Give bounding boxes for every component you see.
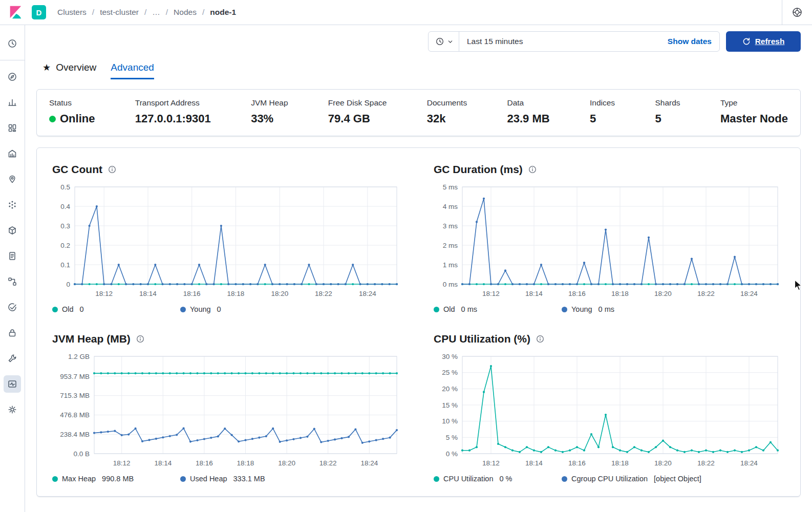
summary-label: Documents [427,98,467,108]
svg-text:18:24: 18:24 [359,290,376,297]
time-filter-row: Last 15 minutes Show dates Refresh [36,31,801,52]
svg-text:953.7 MB: 953.7 MB [60,373,90,380]
info-icon[interactable] [136,335,144,343]
svg-text:18:20: 18:20 [654,459,672,467]
svg-text:238.4 MB: 238.4 MB [60,431,90,438]
svg-text:18:24: 18:24 [360,459,378,467]
nav-divider [0,60,25,60]
breadcrumb-nodes[interactable]: Nodes [174,8,197,17]
legend-value: 0 % [500,475,512,483]
svg-text:18:14: 18:14 [525,459,543,467]
summary-documents: Documents 32k [427,98,467,125]
info-icon[interactable] [536,335,544,343]
legend-name: Used Heap [190,475,227,483]
legend-item[interactable]: Young0 [180,305,221,313]
legend-value: 0 ms [599,305,614,313]
logs-document-icon[interactable] [4,247,21,265]
svg-text:18:16: 18:16 [196,459,213,467]
security-lock-icon[interactable] [4,324,21,342]
legend-dot [180,307,186,312]
help-icon[interactable] [790,6,804,19]
cpu-utilization-chart: CPU Utilization (%) 0 %5 %10 %15 %20 %25… [434,331,785,483]
svg-text:18:18: 18:18 [611,290,629,297]
svg-text:0.1: 0.1 [60,261,70,269]
star-icon: ★ [42,62,51,73]
summary-label: Type [720,98,788,108]
recently-viewed-icon[interactable] [4,35,21,52]
svg-text:2 ms: 2 ms [443,242,458,249]
status-online-dot [49,116,56,122]
svg-text:25 %: 25 % [442,369,458,376]
svg-text:18:22: 18:22 [697,459,715,467]
svg-text:5 ms: 5 ms [443,183,458,191]
legend-item[interactable]: Max Heap990.8 MB [52,475,180,483]
tab-advanced[interactable]: Advanced [111,62,154,79]
jvm-heap-chart: JVM Heap (MB) 0.0 B238.4 MB476.8 MB715.3… [52,331,404,483]
jvm-heap-plot-area[interactable]: 0.0 B238.4 MB476.8 MB715.3 MB953.7 MB1.2… [52,351,404,473]
info-icon[interactable] [528,165,537,174]
legend-name: Young [190,305,211,313]
summary-value: 5 [655,112,680,125]
legend-name: Old [443,305,455,313]
summary-value: 5 [590,112,615,125]
graph-workflow-icon[interactable] [4,273,21,290]
breadcrumb-cluster[interactable]: test-cluster [100,8,139,17]
package-icon[interactable] [4,222,21,239]
breadcrumb-current-node: node-1 [210,8,236,17]
cpu-utilization-legend: CPU Utilization0 %Cgroup CPU Utilization… [434,475,785,483]
svg-text:18:24: 18:24 [740,459,758,467]
svg-text:18:18: 18:18 [237,459,254,467]
gc-duration-plot-area[interactable]: 0 ms1 ms2 ms3 ms4 ms5 ms18:1218:1418:161… [434,182,785,304]
svg-text:18:22: 18:22 [319,459,337,467]
breadcrumb: Clusters / test-cluster / … / Nodes / no… [57,8,236,17]
time-range-value[interactable]: Last 15 minutes [459,37,660,46]
breadcrumb-clusters[interactable]: Clusters [57,8,87,17]
svg-text:15 %: 15 % [442,401,458,409]
management-gear-icon[interactable] [4,401,21,418]
summary-type: Type Master Node [720,98,788,125]
tabs: ★ Overview Advanced [42,62,801,79]
svg-text:18:12: 18:12 [482,290,500,297]
dashboard-icon[interactable] [4,119,21,137]
svg-text:18:22: 18:22 [697,290,715,297]
svg-text:0: 0 [66,281,70,288]
svg-text:18:24: 18:24 [740,290,758,297]
tab-advanced-label: Advanced [111,62,154,73]
discover-compass-icon[interactable] [4,68,21,86]
time-picker-quick-menu[interactable] [429,32,459,51]
legend-item[interactable]: Cgroup CPU Utilization[object Object] [562,475,701,483]
legend-item[interactable]: Old0 [52,305,180,313]
svg-text:20 %: 20 % [442,385,458,393]
breadcrumb-collapsed[interactable]: … [152,8,160,17]
cpu-utilization-plot-area[interactable]: 0 %5 %10 %15 %20 %25 %30 %18:1218:1418:1… [434,351,785,473]
deployment-badge[interactable]: D [32,5,46,19]
stack-monitoring-icon[interactable] [4,375,21,393]
chart-canvas: 00.10.20.30.40.518:1218:1418:1618:1818:2… [52,182,404,302]
legend-value: [object Object] [654,475,701,483]
chart-title: GC Count [52,163,102,176]
gc-duration-legend: Old0 msYoung0 ms [434,305,785,313]
devtools-wrench-icon[interactable] [4,350,21,367]
kibana-logo-icon[interactable] [7,4,24,20]
legend-value: 0 ms [461,305,477,313]
legend-item[interactable]: Old0 ms [434,305,562,313]
uptime-check-icon[interactable] [4,298,21,316]
svg-text:4 ms: 4 ms [443,203,458,210]
maps-pin-icon[interactable] [4,170,21,188]
legend-value: 333.1 MB [233,475,265,483]
svg-text:18:16: 18:16 [568,459,586,467]
refresh-button[interactable]: Refresh [726,31,801,52]
legend-item[interactable]: Young0 ms [562,305,614,313]
legend-name: Old [62,305,74,313]
visualize-chart-icon[interactable] [4,94,21,111]
index-management-bank-icon[interactable] [4,145,21,162]
machine-learning-icon[interactable] [4,196,21,214]
summary-value: 33% [251,112,288,125]
show-dates-link[interactable]: Show dates [660,37,719,46]
legend-item[interactable]: CPU Utilization0 % [434,475,562,483]
legend-item[interactable]: Used Heap333.1 MB [180,475,265,483]
summary-data: Data 23.9 MB [507,98,549,125]
info-icon[interactable] [108,165,116,174]
gc-count-plot-area[interactable]: 00.10.20.30.40.518:1218:1418:1618:1818:2… [52,182,404,304]
tab-overview[interactable]: ★ Overview [42,62,96,79]
